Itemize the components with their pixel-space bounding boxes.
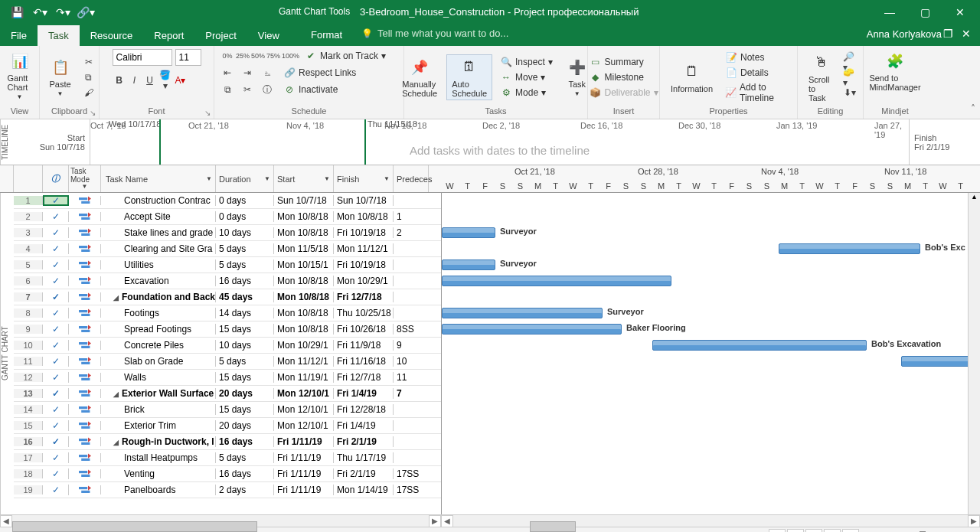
task-mode-cell[interactable] — [69, 196, 101, 205]
view-calendar-button[interactable]: ▩ — [824, 529, 841, 533]
pct-25[interactable]: 25% — [236, 52, 250, 60]
indicator-cell[interactable]: ✓ — [43, 356, 69, 367]
pct-0[interactable]: 0% — [220, 52, 234, 60]
move-button[interactable]: ↔Move ▾ — [497, 70, 556, 84]
task-mode-cell[interactable] — [69, 373, 101, 382]
indicator-cell[interactable]: ✓ — [43, 308, 69, 318]
tab-file[interactable]: File — [0, 25, 38, 46]
finish-cell[interactable]: Fri 1/4/19 — [334, 388, 394, 399]
finish-cell[interactable]: Thu 10/25/18 — [334, 308, 394, 318]
fill-color-button[interactable]: 🪣▾ — [158, 73, 172, 87]
link-icon[interactable]: 🔗▾ — [80, 6, 92, 18]
predecessor-cell[interactable]: 1 — [394, 211, 429, 222]
col-duration[interactable]: Duration▼ — [216, 165, 274, 192]
view-gantt-button[interactable]: ▦ — [769, 529, 786, 533]
underline-button[interactable]: U — [143, 73, 157, 87]
gantt-bar[interactable] — [779, 243, 920, 254]
task-row[interactable]: 7✓Foundation and Back45 daysMon 10/8/18F… — [14, 289, 441, 305]
finish-cell[interactable]: Fri 10/19/18 — [334, 227, 394, 238]
col-predecessors[interactable]: Predeces — [394, 165, 429, 192]
task-row[interactable]: 12✓Walls15 daysMon 11/19/1Fri 12/7/1811 — [14, 370, 441, 386]
start-cell[interactable]: Mon 10/8/18 — [274, 227, 334, 238]
task-mode-cell[interactable] — [69, 228, 101, 237]
timeline-selection[interactable] — [159, 119, 366, 165]
mark-on-track-button[interactable]: ✔Mark on Track ▾ — [302, 49, 389, 63]
outdent-icon[interactable]: ⇤ — [220, 66, 234, 80]
split-icon[interactable]: ⎁ — [260, 66, 274, 80]
duration-cell[interactable]: 5 days — [216, 243, 274, 254]
start-cell[interactable]: Mon 10/8/18 — [274, 308, 334, 318]
row-number[interactable]: 10 — [14, 341, 43, 350]
font-size-input[interactable] — [175, 49, 201, 66]
gantt-bar[interactable] — [442, 259, 495, 270]
maximize-button[interactable]: ▢ — [910, 0, 940, 24]
task-mode-cell[interactable] — [69, 485, 101, 494]
task-row[interactable]: 14✓Brick15 daysMon 12/10/1Fri 12/28/18 — [14, 402, 441, 418]
indicator-cell[interactable]: ✓ — [43, 485, 69, 495]
finish-cell[interactable]: Mon 10/29/1 — [334, 276, 394, 286]
task-row[interactable]: 9✓Spread Footings15 daysMon 10/8/18Fri 1… — [14, 321, 441, 338]
task-row[interactable]: 18✓Venting16 daysFri 1/11/19Fri 2/1/1917… — [14, 466, 441, 482]
predecessor-cell[interactable]: 2 — [394, 227, 429, 238]
mode-button[interactable]: ⚙Mode ▾ — [497, 86, 556, 100]
pct-75[interactable]: 75% — [266, 52, 280, 60]
hscroll-right-arrow-r[interactable]: ▶ — [968, 515, 980, 527]
fill-icon[interactable]: ⬇▾ — [843, 86, 857, 100]
row-number[interactable]: 6 — [14, 276, 43, 286]
summary-button[interactable]: ▭Summary — [586, 55, 661, 69]
collapse-ribbon-button[interactable]: ˄ — [971, 103, 975, 114]
duration-cell[interactable]: 20 days — [216, 388, 274, 399]
task-name-cell[interactable]: Brick — [101, 404, 216, 415]
gantt-timescale[interactable]: Oct 21, '18Oct 28, '18Nov 4, '18Nov 11, … — [441, 165, 980, 192]
gantt-bar[interactable] — [442, 324, 622, 335]
start-cell[interactable]: Mon 10/8/18 — [274, 276, 334, 286]
task-mode-cell[interactable] — [69, 357, 101, 366]
indicator-cell[interactable]: ✓ — [43, 276, 69, 286]
redo-icon[interactable]: ↷▾ — [57, 6, 69, 18]
task-name-cell[interactable]: Spread Footings — [101, 324, 216, 335]
gantt-bar[interactable] — [652, 340, 867, 351]
task-name-cell[interactable]: Excavation — [101, 276, 216, 286]
indent-icon[interactable]: ⇥ — [240, 66, 254, 80]
restore-ribbon-button[interactable]: ❐ — [940, 28, 956, 40]
finish-cell[interactable]: Fri 2/1/19 — [334, 436, 394, 447]
duration-cell[interactable]: 16 days — [216, 276, 274, 286]
indicator-cell[interactable]: ✓ — [43, 388, 69, 399]
task-mode-cell[interactable] — [69, 405, 101, 414]
save-icon[interactable]: 💾 — [11, 6, 23, 18]
scroll-to-task-button[interactable]: 🖱Scroll to Task — [804, 51, 838, 104]
duration-cell[interactable]: 10 days — [216, 227, 274, 238]
close-button[interactable]: ✕ — [945, 0, 975, 24]
finish-cell[interactable]: Mon 11/12/1 — [334, 243, 394, 254]
task-mode-cell[interactable] — [69, 276, 101, 286]
hscroll-left-thumb[interactable] — [12, 521, 257, 532]
hscroll-left-arrow-r[interactable]: ▶ — [429, 515, 441, 527]
copy-icon[interactable]: ⧉ — [82, 70, 96, 84]
indicator-cell[interactable]: ✓ — [43, 436, 69, 447]
start-cell[interactable]: Mon 10/8/18 — [274, 324, 334, 335]
task-name-cell[interactable]: Walls — [101, 372, 216, 383]
tab-resource[interactable]: Resource — [80, 25, 144, 46]
task-mode-cell[interactable] — [69, 212, 101, 221]
row-number[interactable]: 14 — [14, 405, 43, 414]
row-number[interactable]: 3 — [14, 228, 43, 237]
minimize-button[interactable]: — — [874, 0, 905, 24]
inactivate-button[interactable]: ⊘Inactivate — [280, 83, 341, 96]
bold-button[interactable]: B — [113, 73, 126, 87]
indicator-cell[interactable]: ✓ — [43, 211, 69, 222]
task-row[interactable]: 10✓Concrete Piles10 daysMon 10/29/1Fri 1… — [14, 338, 441, 354]
duration-cell[interactable]: 14 days — [216, 308, 274, 318]
task-mode-cell[interactable] — [69, 244, 101, 253]
task-mode-cell[interactable] — [69, 469, 101, 478]
task-row[interactable]: 4✓Clearing and Site Gra5 daysMon 11/5/18… — [14, 241, 441, 257]
task-mode-cell[interactable] — [69, 292, 101, 302]
task-name-cell[interactable]: Rough-in Ductwork, I — [101, 436, 216, 447]
duration-cell[interactable]: 15 days — [216, 372, 274, 383]
duration-cell[interactable]: 2 days — [216, 485, 274, 495]
user-name[interactable]: Anna Korlyakova — [867, 28, 942, 40]
milestone-button[interactable]: ◆Milestone — [586, 70, 661, 84]
task-name-cell[interactable]: Foundation and Back — [101, 292, 216, 302]
tab-report[interactable]: Report — [143, 25, 194, 46]
indicator-cell[interactable]: ✓ — [43, 404, 69, 415]
task-row[interactable]: 15✓Exterior Trim20 daysMon 12/10/1Fri 1/… — [14, 418, 441, 434]
